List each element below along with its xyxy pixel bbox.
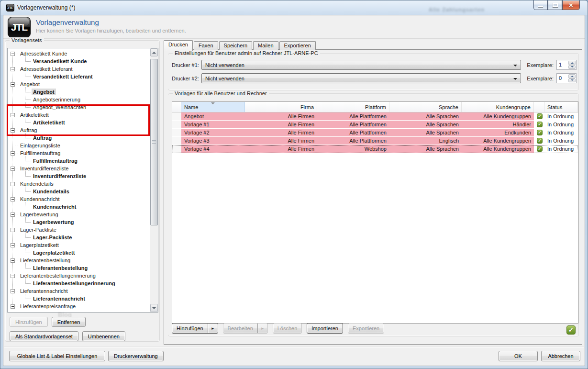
tree-item[interactable]: Lieferantenbestellung <box>8 264 150 272</box>
column-header[interactable]: Sprache <box>389 102 462 112</box>
tree-item[interactable]: Lagerbewertung <box>8 218 150 226</box>
collapse-icon[interactable] <box>11 258 15 263</box>
tree-connector <box>15 291 18 291</box>
cancel-button[interactable]: Abbrechen <box>541 351 580 361</box>
tree-item[interactable]: Einlagerungsliste <box>8 142 150 149</box>
template-set-tree[interactable]: Adressetikett Kunde Versandetikett Kunde <box>7 48 158 313</box>
cell-plattform: Alle Plattformen <box>317 137 389 145</box>
column-header[interactable]: Kundengruppe <box>462 102 534 112</box>
global-listlabel-settings-button[interactable]: Globale List & Label Einstellungen <box>9 351 105 361</box>
tab[interactable]: Mailen <box>253 41 278 50</box>
column-header[interactable]: Name <box>181 102 245 112</box>
copies-stepper[interactable]: 1 <box>556 60 577 70</box>
collapse-icon[interactable] <box>11 274 15 278</box>
ok-button[interactable]: OK <box>499 351 538 361</box>
spinner-down-icon[interactable] <box>568 78 576 83</box>
table-action-button[interactable]: Löschen <box>273 323 302 334</box>
printer-select[interactable]: Nicht verwenden <box>201 73 521 83</box>
row-selector-gutter[interactable] <box>172 112 181 121</box>
copies-stepper[interactable]: 0 <box>556 73 577 83</box>
tree-connector <box>15 168 18 169</box>
tree-item[interactable]: Angebot_Weihnachten <box>8 103 150 111</box>
tree-item-label: Lieferantenbestellung <box>32 265 89 271</box>
column-header[interactable]: Firma <box>245 102 317 112</box>
tab[interactable]: Faxen <box>194 41 218 50</box>
maximize-icon <box>553 3 558 7</box>
table-row[interactable]: Vorlage #4 Alle Firmen Webshop Alle Spra… <box>172 145 578 153</box>
printer-select[interactable]: Nicht verwenden <box>201 60 521 70</box>
row-selector-gutter[interactable] <box>172 121 181 129</box>
spinner-up-icon[interactable] <box>568 74 576 78</box>
table-row[interactable]: Vorlage #3 Alle Firmen Alle Plattformen … <box>172 137 578 145</box>
tree-action-button[interactable]: Hinzufügen <box>10 317 48 327</box>
split-arrow-icon[interactable]: ► <box>208 326 218 331</box>
printer-management-button[interactable]: Druckerverwaltung <box>108 351 164 361</box>
table-row[interactable]: Angebot Alle Firmen Alle Plattformen All… <box>172 112 578 121</box>
close-button[interactable]: × <box>562 0 580 10</box>
tab[interactable]: Drucken <box>164 40 193 51</box>
split-arrow-icon[interactable]: ► <box>258 326 267 331</box>
tree-action-button[interactable]: Umbenennen <box>82 331 125 341</box>
scroll-up-icon[interactable] <box>150 48 158 56</box>
tree-item[interactable]: Lieferantenpreisanfrage <box>8 302 150 310</box>
tree-action-button[interactable]: Als Standardvorlagenset <box>10 331 78 341</box>
collapse-icon[interactable] <box>11 67 15 71</box>
tree-item[interactable]: Fulfillmentauftrag <box>8 157 150 165</box>
collapse-icon[interactable] <box>11 304 15 309</box>
cell-plattform: Alle Plattformen <box>317 121 389 129</box>
tree-item[interactable]: Lieferantennachricht <box>8 295 150 302</box>
minimize-button[interactable] <box>533 0 548 10</box>
footer-right-buttons: OK Abbrechen <box>499 351 580 361</box>
table-action-button[interactable]: Exportieren <box>348 323 384 334</box>
collapse-icon[interactable] <box>11 82 15 87</box>
tree-item[interactable]: Inventurdifferenzliste <box>8 172 150 180</box>
collapse-icon[interactable] <box>11 52 15 56</box>
tree-scrollbar[interactable] <box>150 48 158 312</box>
tree-item[interactable]: Lagerplatzetikett <box>8 249 150 257</box>
tree-item[interactable]: Versandetikett Kunde <box>8 57 150 65</box>
table-row[interactable]: Vorlage #2 Alle Firmen Alle Plattformen … <box>172 129 578 137</box>
collapse-icon[interactable] <box>11 113 15 117</box>
collapse-icon[interactable] <box>11 228 15 232</box>
row-selector-gutter[interactable] <box>172 145 181 153</box>
button-label: Hinzufügen <box>15 319 42 325</box>
tree-item[interactable]: Kundennachricht <box>8 203 150 211</box>
column-header[interactable] <box>172 102 181 112</box>
tree-item[interactable]: Lager-Packliste <box>8 234 150 241</box>
collapse-icon[interactable] <box>11 167 15 171</box>
table-action-button[interactable]: Importieren <box>307 323 343 334</box>
collapse-icon[interactable] <box>11 289 15 293</box>
tree-item[interactable]: Artikeletikett <box>8 119 150 126</box>
column-header[interactable]: Plattform <box>317 102 389 112</box>
collapse-icon[interactable] <box>11 212 15 217</box>
collapse-icon[interactable] <box>11 197 15 201</box>
table-action-button[interactable]: Hinzufügen ► <box>172 323 218 334</box>
tree-action-button[interactable]: Entfernen <box>52 317 86 327</box>
row-selector-gutter[interactable] <box>172 137 181 145</box>
table-action-button[interactable]: Bearbeiten ► <box>223 323 268 334</box>
collapse-icon[interactable] <box>11 128 15 133</box>
collapse-icon[interactable] <box>11 243 15 247</box>
tree-item[interactable]: Kundendetails <box>8 188 150 195</box>
tab[interactable]: Exportieren <box>279 41 316 50</box>
tree-item[interactable]: Versandetikett Lieferant <box>8 73 150 80</box>
titlebar[interactable]: JTL Vorlagenverwaltung (*) Alle Zahlungs… <box>0 0 588 15</box>
tree-item[interactable]: Lieferantenbestellungerinnerung <box>8 280 150 287</box>
collapse-icon[interactable] <box>11 182 15 186</box>
page-title: Vorlagenverwaltung <box>36 18 99 26</box>
column-header[interactable] <box>534 102 544 112</box>
tree-item[interactable]: Auftrag <box>8 134 150 142</box>
scrollbar-thumb[interactable] <box>150 59 158 225</box>
cell-status: In Ordnung <box>544 121 578 129</box>
page-subtitle: Hier können Sie Vorlagen hinzufügen, bea… <box>36 28 186 34</box>
maximize-button[interactable] <box>548 0 562 10</box>
tree-item-label: Kundendetails <box>19 180 55 187</box>
tab[interactable]: Speichern <box>219 41 253 50</box>
scroll-down-icon[interactable] <box>150 304 158 312</box>
spinner-up-icon[interactable] <box>568 61 576 65</box>
spinner-down-icon[interactable] <box>568 65 576 69</box>
row-selector-gutter[interactable] <box>172 129 181 137</box>
table-row[interactable]: Vorlage #1 Alle Firmen Alle Plattformen … <box>172 121 578 129</box>
column-header[interactable]: Status <box>544 102 578 112</box>
collapse-icon[interactable] <box>11 151 15 156</box>
